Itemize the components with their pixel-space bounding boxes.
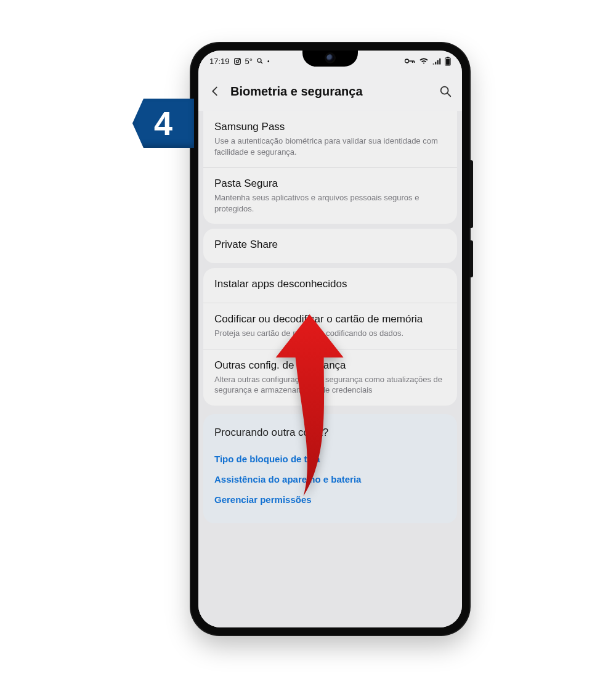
phone-frame: 17:19 5° • Biometria e segurança Samsung bbox=[191, 43, 469, 635]
link-assistencia-aparelho[interactable]: Assistência do aparelho e bateria bbox=[214, 469, 446, 489]
item-subtitle: Proteja seu cartão de memória codificand… bbox=[214, 328, 446, 339]
svg-point-12 bbox=[441, 87, 448, 94]
battery-icon bbox=[445, 57, 451, 66]
looking-for-section: Procurando outra coisa? Tipo de bloqueio… bbox=[203, 414, 457, 523]
notch bbox=[302, 51, 358, 67]
settings-group: Private Share bbox=[203, 229, 457, 263]
svg-line-13 bbox=[448, 94, 451, 97]
vpn-key-icon bbox=[404, 57, 415, 65]
item-title: Outras config. de segurança bbox=[214, 359, 446, 372]
back-icon[interactable] bbox=[208, 84, 222, 98]
status-time: 17:19 bbox=[209, 57, 230, 66]
signal-icon bbox=[432, 57, 441, 65]
item-title: Pasta Segura bbox=[214, 178, 446, 190]
app-header: Biometria e segurança bbox=[198, 71, 462, 111]
svg-point-5 bbox=[405, 59, 409, 63]
svg-point-3 bbox=[257, 59, 261, 62]
item-subtitle: Mantenha seus aplicativos e arquivos pes… bbox=[214, 192, 446, 214]
item-subtitle: Altera outras configurações de segurança… bbox=[214, 374, 446, 396]
svg-line-4 bbox=[261, 62, 262, 64]
magnify-icon bbox=[256, 57, 264, 65]
status-temp: 5° bbox=[245, 57, 253, 66]
settings-group: Samsung Pass Use a autenticação biométri… bbox=[203, 111, 457, 224]
step-number: 4 bbox=[154, 104, 172, 142]
status-left: 17:19 5° • bbox=[209, 57, 270, 66]
item-subtitle: Use a autenticação biométrica para valid… bbox=[214, 136, 446, 157]
item-samsung-pass[interactable]: Samsung Pass Use a autenticação biométri… bbox=[203, 111, 457, 168]
item-codificar-cartao[interactable]: Codificar ou decodificar o cartão de mem… bbox=[203, 303, 457, 349]
settings-group: Instalar apps desconhecidos Codificar ou… bbox=[203, 268, 457, 406]
status-right bbox=[404, 57, 451, 66]
item-pasta-segura[interactable]: Pasta Segura Mantenha seus aplicativos e… bbox=[203, 168, 457, 224]
instagram-icon bbox=[233, 57, 241, 65]
svg-point-2 bbox=[238, 59, 239, 59]
svg-point-1 bbox=[236, 60, 238, 62]
item-title: Codificar ou decodificar o cartão de mem… bbox=[214, 313, 446, 325]
link-tipo-bloqueio[interactable]: Tipo de bloqueio de tela bbox=[214, 449, 446, 469]
search-icon[interactable] bbox=[439, 84, 452, 98]
item-instalar-apps-desconhecidos[interactable]: Instalar apps desconhecidos bbox=[203, 268, 457, 303]
link-gerenciar-permissoes[interactable]: Gerenciar permissões bbox=[214, 489, 446, 510]
item-title: Private Share bbox=[214, 239, 446, 251]
looking-for-heading: Procurando outra coisa? bbox=[214, 427, 446, 439]
svg-rect-11 bbox=[446, 59, 450, 65]
page-title: Biometria e segurança bbox=[230, 84, 430, 99]
svg-rect-10 bbox=[447, 57, 448, 58]
status-dot: • bbox=[267, 58, 270, 65]
item-title: Samsung Pass bbox=[214, 121, 446, 133]
item-title: Instalar apps desconhecidos bbox=[214, 278, 446, 290]
item-outras-config-seguranca[interactable]: Outras config. de segurança Altera outra… bbox=[203, 349, 457, 406]
item-private-share[interactable]: Private Share bbox=[203, 229, 457, 263]
wifi-icon bbox=[419, 57, 429, 65]
front-camera bbox=[326, 54, 334, 62]
step-badge: 4 bbox=[132, 99, 194, 148]
settings-content: Samsung Pass Use a autenticação biométri… bbox=[198, 111, 462, 627]
phone-screen: 17:19 5° • Biometria e segurança Samsung bbox=[198, 51, 462, 627]
